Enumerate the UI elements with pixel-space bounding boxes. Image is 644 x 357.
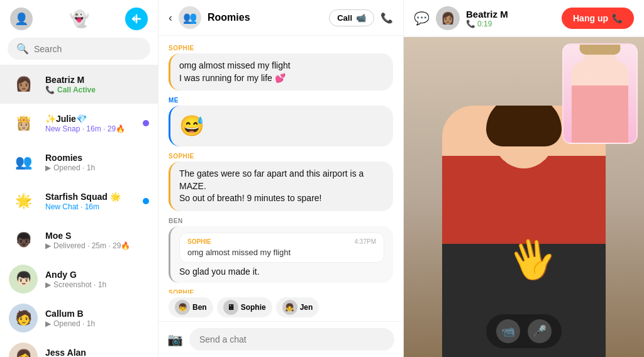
contact-status: ▶ Delivered · 25m · 29🔥 [45,241,149,250]
chat-info: Jess Alan ▶ Opened · 1h [45,348,149,358]
chat-list: 👩🏽 Beatriz M 📞 Call Active 👸🏼 ✨Julie💎 Ne… [0,65,158,357]
contact-name: Roomies [45,153,149,163]
avatar: 👧 [282,300,297,315]
typing-user: 🖥 Sophie [217,297,272,317]
typing-user: 👧 Jen [276,297,319,317]
sender-label: BEN [169,217,393,224]
contact-status: New Snap · 16m · 29🔥 [45,124,135,133]
chat-info: Andy G ▶ Screenshot · 1h [45,270,149,289]
search-icon: 🔍 [16,43,29,55]
list-item[interactable]: 👦🏿 Moe S ▶ Delivered · 25m · 29🔥 [0,221,158,260]
typing-indicators: 👦 Ben 🖥 Sophie 👧 Jen [158,294,403,321]
list-item[interactable]: 🧑 Callum B ▶ Opened · 1h [0,299,158,338]
chat-info: Beatriz M 📞 Call Active [45,75,149,94]
typing-username: Ben [192,303,207,312]
chat-info: ✨Julie💎 New Snap · 16m · 29🔥 [45,114,135,133]
hang-up-button[interactable]: Hang up 📞 [562,8,634,29]
call-controls: 📹 🎤 [486,314,562,348]
list-item[interactable]: 🌟 Starfish Squad 🌟 New Chat · 16m [0,182,158,221]
new-chat-badge [143,198,149,204]
contact-status: New Chat · 16m [45,202,135,211]
contact-name: ✨Julie💎 [45,114,135,124]
call-header: 💬 👩🏽 Beatriz M 📞 0:19 Hang up 📞 [404,0,644,37]
chat-info: Callum B ▶ Opened · 1h [45,309,149,328]
quoted-time: 4:37PM [355,238,376,245]
quoted-text: omg almost missed my flight [187,248,376,257]
contact-name: Callum B [45,309,149,319]
typing-username: Jen [300,303,313,312]
contact-status: ▶ Screenshot · 1h [45,280,149,289]
message-group: SOPHIE The gates were so far apart and t… [169,153,393,211]
camera-icon[interactable]: 📷 [167,332,183,347]
back-button[interactable]: ‹ [169,11,172,25]
avatar: 👥 [9,148,38,177]
contact-name: Beatriz M [45,75,149,85]
mute-button[interactable]: 🎤 [528,319,552,343]
contact-status: 📞 Call Active [45,85,149,94]
call-panel: 💬 👩🏽 Beatriz M 📞 0:19 Hang up 📞 🖐 🎈 🎈 [404,0,644,357]
avatar: 🧑 [9,304,38,332]
chat-info: Roomies ▶ Opened · 1h [45,153,149,172]
quoted-sender: SOPHIE [187,238,211,245]
chat-input-bar: 📷 [158,321,403,357]
message-text: So glad you made it. [179,266,384,277]
avatar: 👩🏽 [9,70,38,99]
phone-icon[interactable]: 📞 [380,12,393,24]
list-item[interactable]: 👦🏻 Andy G ▶ Screenshot · 1h [0,260,158,299]
group-avatar: 👥 [179,6,201,29]
chat-panel: ‹ 👥 Roomies Call 📹 📞 SOPHIE omg almost m… [158,0,404,357]
list-item[interactable]: 👩 Jess Alan ▶ Opened · 1h [0,338,158,357]
message-bubble: SOPHIE 4:37PM omg almost missed my fligh… [169,226,393,283]
avatar: 👦 [175,300,190,315]
avatar: 👦🏿 [9,226,38,255]
messages-area: SOPHIE omg almost missed my flightI was … [158,36,403,294]
list-item[interactable]: 👸🏼 ✨Julie💎 New Snap · 16m · 29🔥 [0,104,158,143]
contact-status: ▶ Opened · 1h [45,319,149,328]
contact-name: Jess Alan [45,348,149,358]
typing-user: 👦 Ben [169,297,213,317]
discover-icon[interactable] [125,8,148,30]
avatar: 🖥 [223,300,238,315]
call-contact-name: Beatriz M [466,9,555,19]
hangup-icon: 📞 [612,13,623,23]
sidebar: 👤 👻 🔍 👩🏽 Beatriz M 📞 Call Active 👸🏼 ✨Jul… [0,0,158,357]
pip-hair [580,43,621,55]
contact-name: Moe S [45,231,149,241]
search-input[interactable] [34,44,142,54]
quoted-message: SOPHIE 4:37PM omg almost missed my fligh… [179,233,384,263]
list-item[interactable]: 👩🏽 Beatriz M 📞 Call Active [0,65,158,104]
avatar: 👸🏼 [9,109,38,138]
list-item[interactable]: 👥 Roomies ▶ Opened · 1h [0,143,158,182]
message-group: BEN SOPHIE 4:37PM omg almost missed my f… [169,217,393,283]
message-group: ME 😅 [169,97,393,146]
sender-label: SOPHIE [169,153,393,160]
call-duration: 📞 0:19 [466,19,555,28]
hang-up-label: Hang up [573,13,608,23]
avatar: 👩 [9,343,38,357]
snapchat-logo-icon: 👻 [69,9,89,29]
chat-panel-header: ‹ 👥 Roomies Call 📹 📞 [158,0,403,36]
call-button[interactable]: Call 📹 [329,9,374,26]
contact-name: Andy G [45,270,149,280]
message-bubble: The gates were so far apart and this air… [169,162,393,211]
group-name: Roomies [208,12,323,23]
avatar: 👦🏻 [9,265,38,294]
contact-status: ▶ Opened · 1h [45,163,149,172]
sender-label: SOPHIE [169,289,393,294]
video-toggle-button[interactable]: 📹 [496,319,520,343]
chat-bubble-icon[interactable]: 💬 [414,11,430,26]
sidebar-header: 👤 👻 [0,0,158,35]
search-bar[interactable]: 🔍 [8,38,150,60]
pip-video [562,43,638,144]
video-area: 🖐 🎈 🎈 🎈 📹 🎤 [404,37,644,357]
message-group: SOPHIE Catch ya later. Home in a few. [169,289,393,294]
user-avatar[interactable]: 👤 [10,8,33,30]
sender-label: SOPHIE [169,45,393,52]
header-actions: Call 📹 📞 [329,9,393,26]
sender-label: ME [169,97,393,104]
video-icon: 📹 [356,13,366,23]
pip-person [564,45,636,143]
chat-input[interactable] [189,328,394,351]
typing-username: Sophie [241,303,266,312]
main-video: 🖐 🎈 🎈 🎈 📹 🎤 [404,37,644,357]
